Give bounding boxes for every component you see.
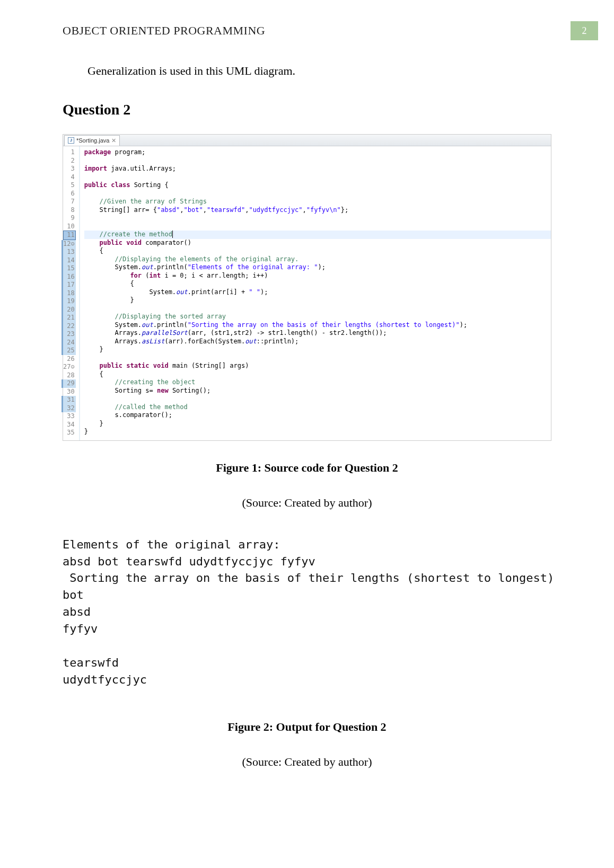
line-number: 3 (63, 165, 76, 173)
code-line: //Given the array of Strings (84, 198, 551, 206)
line-number: 21 (62, 314, 76, 322)
line-number: 10 (63, 223, 76, 231)
line-number: 7 (63, 198, 76, 206)
code-line: for (int i = 0; i < arr.length; i++) (84, 272, 551, 280)
question-heading: Question 2 (63, 101, 551, 118)
code-line (84, 190, 551, 198)
code-line: public static void main (String[] args) (84, 362, 551, 370)
code-line: //called the method (84, 403, 551, 412)
line-number: 32 (62, 404, 76, 413)
line-number: 30 (63, 388, 76, 396)
line-number: 17 (62, 281, 76, 289)
line-number: 23 (62, 330, 76, 339)
code-line: { (84, 247, 551, 255)
code-line: System.out.println("Sorting the array on… (84, 321, 551, 330)
line-number: 26 (63, 355, 76, 364)
header-title: OBJECT ORIENTED PROGRAMMING (63, 24, 265, 38)
line-number: 15 (62, 264, 76, 273)
editor-tab-bar: J *Sorting.java ✕ (63, 135, 551, 146)
code-line (84, 214, 551, 223)
line-number: 6 (63, 190, 76, 198)
code-line (84, 157, 551, 165)
figure1-caption: Figure 1: Source code for Question 2 (63, 461, 551, 475)
code-line (84, 173, 551, 182)
line-number: 19 (62, 297, 76, 306)
line-number: 9 (63, 214, 76, 223)
code-line (84, 223, 551, 231)
line-number: 1 (63, 148, 76, 157)
code-line: //Displaying the elements of the origina… (84, 255, 551, 264)
figure2-source: (Source: Created by author) (63, 755, 551, 769)
line-number: 4 (63, 173, 76, 182)
code-line: String[] arr= {"absd","bot","tearswfd","… (84, 206, 551, 215)
line-number: 27⊝ (63, 363, 76, 371)
line-number: 22 (62, 322, 76, 331)
code-line: s.comparator(); (84, 411, 551, 420)
body-paragraph: Generalization is used in this UML diagr… (87, 61, 551, 80)
line-number: 34 (63, 421, 76, 429)
java-file-icon: J (68, 137, 74, 144)
code-line: System.out.print(arr[i] + " "); (84, 288, 551, 297)
code-line: //creating the object (84, 378, 551, 387)
code-line: Sorting s= new Sorting(); (84, 387, 551, 395)
code-line: Arrays.asList(arr).forEach(System.out::p… (84, 338, 551, 346)
line-number: 35 (63, 429, 76, 437)
line-number: 5 (63, 181, 76, 190)
line-number: 24 (62, 339, 76, 347)
line-number: 2 (63, 157, 76, 165)
line-number: 16 (62, 273, 76, 281)
figure2-caption: Figure 2: Output for Question 2 (63, 720, 551, 734)
code-line: package program; (84, 148, 551, 157)
close-icon[interactable]: ✕ (111, 137, 116, 144)
line-number-gutter: 123456789101112⊝131415161718192021222324… (63, 146, 80, 440)
code-line: } (84, 296, 551, 305)
figure1-source: (Source: Created by author) (63, 496, 551, 510)
code-line (84, 354, 551, 362)
page-number-badge: 2 (571, 21, 598, 40)
line-number: 18 (62, 289, 76, 298)
line-number: 33 (63, 412, 76, 421)
code-line: public class Sorting { (84, 181, 551, 190)
code-line: import java.util.Arrays; (84, 165, 551, 173)
code-line: //Displaying the sorted array (84, 313, 551, 321)
line-number: 29 (62, 379, 76, 388)
console-output: Elements of the original array: absd bot… (63, 536, 551, 688)
code-line: { (84, 280, 551, 288)
code-line: public void comparator() (84, 239, 551, 247)
editor-tab[interactable]: J *Sorting.java ✕ (64, 135, 120, 146)
line-number: 14 (62, 256, 76, 265)
code-area: 123456789101112⊝131415161718192021222324… (63, 146, 551, 440)
line-number: 25 (62, 347, 76, 355)
code-line: //create the method (84, 231, 551, 239)
page-header: OBJECT ORIENTED PROGRAMMING 2 (0, 21, 614, 40)
code-line: } (84, 428, 551, 436)
line-number: 28 (63, 371, 76, 380)
line-number: 31 (62, 396, 76, 404)
code-line: } (84, 346, 551, 354)
code-line: { (84, 370, 551, 379)
code-line: } (84, 420, 551, 428)
code-line: Arrays.parallelSort(arr, (str1,str2) -> … (84, 329, 551, 338)
tab-label: *Sorting.java (76, 137, 109, 144)
line-number: 20 (62, 306, 76, 314)
line-number: 13 (62, 248, 76, 256)
code-lines[interactable]: package program; import java.util.Arrays… (80, 146, 551, 440)
code-line (84, 395, 551, 403)
code-line: System.out.println("Elements of the orig… (84, 263, 551, 272)
line-number: 11 (63, 231, 76, 240)
line-number: 8 (63, 206, 76, 215)
code-line (84, 305, 551, 313)
line-number: 12⊝ (62, 240, 76, 249)
ide-screenshot: J *Sorting.java ✕ 123456789101112⊝131415… (63, 134, 551, 441)
